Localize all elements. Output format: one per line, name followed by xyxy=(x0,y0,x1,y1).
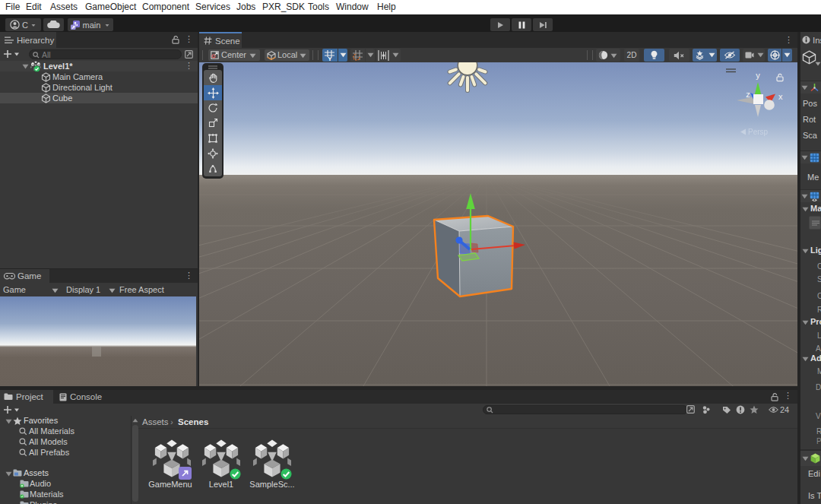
svg-text:y: y xyxy=(756,71,760,80)
svg-text:Y: Y xyxy=(328,55,332,62)
svg-text:z: z xyxy=(746,90,750,99)
svg-text:x: x xyxy=(778,92,783,101)
svg-text:Persp: Persp xyxy=(748,128,769,136)
